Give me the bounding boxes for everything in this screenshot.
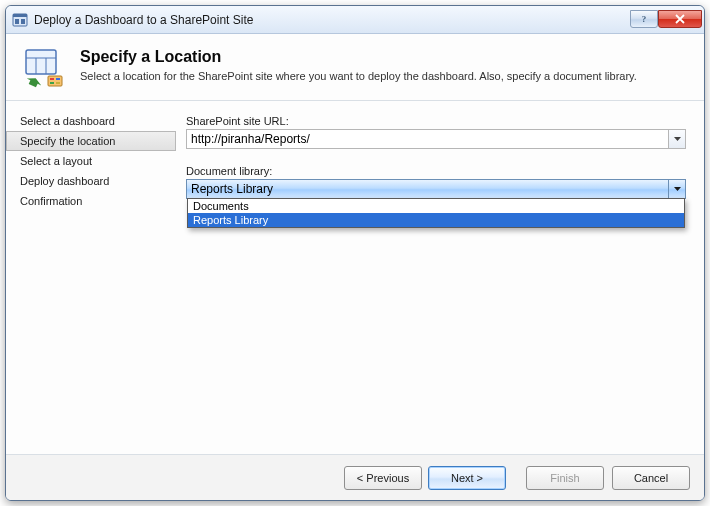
window-title: Deploy a Dashboard to a SharePoint Site — [34, 13, 630, 27]
step-select-dashboard[interactable]: Select a dashboard — [6, 111, 176, 131]
help-button[interactable]: ? — [630, 10, 658, 28]
chevron-down-icon — [674, 187, 681, 191]
step-select-layout[interactable]: Select a layout — [6, 151, 176, 171]
step-list: Select a dashboard Specify the location … — [6, 101, 176, 454]
nav-button-group: < Previous Next > — [344, 466, 506, 490]
svg-rect-2 — [15, 19, 19, 24]
next-button[interactable]: Next > — [428, 466, 506, 490]
wizard-header: Specify a Location Select a location for… — [6, 34, 704, 101]
chevron-down-icon — [674, 137, 681, 141]
combo-dropdown-button[interactable] — [668, 180, 685, 198]
page-title: Specify a Location — [80, 48, 637, 66]
url-label: SharePoint site URL: — [186, 115, 686, 127]
svg-rect-9 — [48, 76, 62, 86]
svg-rect-5 — [26, 50, 56, 74]
previous-button[interactable]: < Previous — [344, 466, 422, 490]
step-deploy-dashboard[interactable]: Deploy dashboard — [6, 171, 176, 191]
svg-text:?: ? — [642, 14, 647, 24]
library-option-reports-library[interactable]: Reports Library — [188, 213, 684, 227]
document-library-value: Reports Library — [191, 182, 273, 196]
window-controls: ? — [630, 11, 702, 28]
svg-rect-1 — [13, 14, 27, 17]
wizard-window: Deploy a Dashboard to a SharePoint Site … — [5, 5, 705, 501]
app-icon — [12, 12, 28, 28]
svg-rect-3 — [21, 19, 25, 24]
step-confirmation[interactable]: Confirmation — [6, 191, 176, 211]
form-panel: SharePoint site URL: Document library: R… — [176, 101, 704, 454]
wizard-footer: < Previous Next > Finish Cancel — [6, 454, 704, 500]
help-icon: ? — [639, 14, 649, 24]
wizard-body: Select a dashboard Specify the location … — [6, 101, 704, 454]
titlebar: Deploy a Dashboard to a SharePoint Site … — [6, 6, 704, 34]
header-text: Specify a Location Select a location for… — [80, 48, 637, 82]
page-subtitle: Select a location for the SharePoint sit… — [80, 70, 637, 82]
library-option-documents[interactable]: Documents — [188, 199, 684, 213]
svg-rect-11 — [56, 78, 60, 80]
sharepoint-url-input[interactable] — [186, 129, 669, 149]
document-library-combo[interactable]: Reports Library Documents Reports Librar… — [186, 179, 686, 199]
close-icon — [674, 14, 686, 24]
library-label: Document library: — [186, 165, 686, 177]
cancel-button[interactable]: Cancel — [612, 466, 690, 490]
url-row — [186, 129, 686, 149]
step-specify-location[interactable]: Specify the location — [6, 131, 176, 151]
url-dropdown-button[interactable] — [669, 129, 686, 149]
svg-rect-12 — [50, 82, 54, 84]
svg-rect-13 — [56, 82, 60, 84]
close-button[interactable] — [658, 10, 702, 28]
finish-button: Finish — [526, 466, 604, 490]
svg-rect-10 — [50, 78, 54, 80]
dashboard-deploy-icon — [24, 48, 64, 88]
library-dropdown-list: Documents Reports Library — [187, 198, 685, 228]
